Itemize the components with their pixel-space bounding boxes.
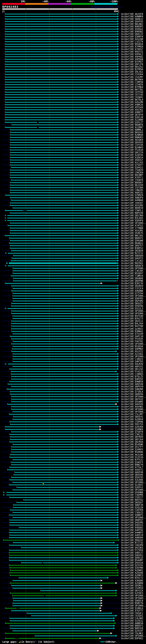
hit-bar[interactable]: [10, 618, 113, 619]
hit-bar[interactable]: [10, 520, 117, 520]
hit-label[interactable]: UniRef100_Q4PC10: [121, 335, 143, 338]
hit-bar[interactable]: [9, 560, 117, 560]
hit-bar[interactable]: [10, 535, 117, 536]
hit-label[interactable]: UniRef100_A8UAC9: [121, 264, 143, 267]
hit-bar[interactable]: [12, 323, 117, 324]
hit-bar[interactable]: [9, 238, 117, 238]
hit-label[interactable]: UniRef100_C3KJ85: [121, 270, 143, 272]
hit-label[interactable]: UniRef100_B5XEW6: [121, 443, 143, 446]
hit-bar[interactable]: [5, 44, 117, 44]
hit-bar[interactable]: [5, 104, 117, 105]
hit-bar[interactable]: [13, 334, 117, 334]
hit-bar[interactable]: [5, 26, 117, 27]
hit-bar[interactable]: [6, 638, 99, 639]
hit-bar[interactable]: [5, 114, 117, 115]
hit-label[interactable]: UniRef100_C1MP99: [121, 81, 143, 84]
hit-label[interactable]: UniRef100_A5K9F8: [121, 219, 143, 222]
hit-bar[interactable]: [12, 321, 117, 322]
hit-label[interactable]: UniRef100_UPI000..: [121, 594, 146, 597]
hit-bar[interactable]: [5, 46, 117, 47]
hit-bar[interactable]: [10, 192, 117, 193]
hit-label[interactable]: UniRef100_C6ZQX1: [121, 614, 143, 617]
hit-label[interactable]: UniRef100_A8P2X1: [121, 365, 143, 368]
hit-bar[interactable]: [13, 598, 100, 598]
hit-label[interactable]: UniRef100_B7FMD4: [121, 86, 143, 88]
hit-bar[interactable]: [10, 177, 117, 178]
hit-label[interactable]: UniRef100_Q6FRV9: [121, 436, 143, 438]
hit-label[interactable]: UniRef100_B3RPS2: [121, 247, 143, 250]
hit-label[interactable]: UniRef100_Q6EE67: [121, 501, 143, 504]
hit-label[interactable]: UniRef100_P14132: [121, 370, 143, 373]
hit-bar[interactable]: [19, 578, 107, 578]
hit-label[interactable]: UniRef100_A2EQ46: [121, 572, 143, 574]
hit-bar[interactable]: [10, 233, 117, 234]
hit-label[interactable]: UniRef100_B0CNM7: [121, 174, 143, 176]
hit-bar[interactable]: [5, 14, 117, 14]
hit-label[interactable]: UniRef100_Q6XI11: [121, 320, 143, 322]
hit-bar[interactable]: [10, 467, 117, 468]
hit-label[interactable]: UniRef100_A6SQK4: [121, 139, 143, 141]
hit-bar[interactable]: [10, 155, 117, 155]
hit-label[interactable]: UniRef100_A2F6E3: [121, 592, 143, 594]
hit-label[interactable]: UniRef100_UPI000..: [121, 295, 146, 297]
hit-label[interactable]: UniRef100_A9PAL5: [121, 53, 143, 56]
hit-bar[interactable]: [10, 394, 117, 394]
hit-bar[interactable]: [10, 454, 117, 455]
hit-bar[interactable]: [9, 565, 115, 566]
hit-label[interactable]: UniRef100_B9RUP5: [121, 25, 143, 28]
hit-bar[interactable]: [4, 540, 118, 540]
hit-bar[interactable]: [10, 422, 117, 422]
hit-bar[interactable]: [10, 510, 117, 510]
hit-bar[interactable]: [10, 160, 117, 160]
hit-bar[interactable]: [5, 79, 117, 80]
hit-label[interactable]: UniRef100_Q2R1J7: [121, 121, 143, 124]
hit-label[interactable]: UniRef100_Q60CZ2: [121, 33, 143, 36]
hit-bar[interactable]: [13, 316, 117, 316]
hit-bar[interactable]: [10, 369, 117, 370]
hit-bar[interactable]: [10, 142, 117, 143]
hit-label[interactable]: UniRef100_A9S7K2: [121, 108, 143, 111]
hit-bar[interactable]: [10, 480, 117, 480]
hit-label[interactable]: UniRef100_B4LI64: [121, 322, 143, 325]
hit-bar[interactable]: [5, 308, 117, 309]
hit-bar[interactable]: [10, 391, 117, 392]
hit-label[interactable]: UniRef100_C6TFG0: [121, 91, 143, 94]
hit-label[interactable]: UniRef100_Q4KTD3: [121, 360, 143, 363]
hit-bar[interactable]: [10, 583, 115, 584]
hit-label[interactable]: UniRef100_A6ZLB0: [121, 454, 143, 456]
hit-bar[interactable]: [17, 487, 117, 488]
hit-bar[interactable]: [9, 484, 117, 485]
hit-label[interactable]: UniRef100_A9UDN8: [121, 290, 143, 292]
hit-bar[interactable]: [10, 442, 117, 442]
hit-bar[interactable]: [11, 167, 117, 168]
hit-label[interactable]: UniRef100_UPI000..: [121, 481, 146, 484]
hit-bar[interactable]: [5, 52, 117, 52]
hit-bar[interactable]: [13, 460, 117, 460]
hit-bar[interactable]: [12, 303, 117, 304]
hit-label[interactable]: UniRef100_Q4QIM3: [121, 521, 143, 524]
hit-label[interactable]: UniRef100_Q4U9Z6: [121, 403, 143, 406]
hit-label[interactable]: UniRef100_A9J5I2: [121, 350, 143, 353]
hit-label[interactable]: UniRef100_C1C2K2: [121, 260, 143, 262]
hit-bar[interactable]: [13, 580, 100, 581]
hit-bar[interactable]: [5, 41, 117, 42]
hit-label[interactable]: UniRef100_A9RKT7: [121, 111, 143, 114]
hit-label[interactable]: UniRef100_Q2R1K0: [121, 426, 143, 428]
hit-label[interactable]: UniRef100_B0XYU2: [121, 499, 143, 501]
hit-bar[interactable]: [13, 293, 117, 294]
hit-bar[interactable]: [5, 36, 117, 37]
hit-label[interactable]: UniRef100_Q9XFU5: [121, 20, 143, 23]
hit-label[interactable]: UniRef100_Q5QC95: [121, 476, 143, 478]
hit-bar[interactable]: [5, 29, 117, 30]
hit-label[interactable]: UniRef100_C5YNT6: [121, 84, 143, 86]
hit-label[interactable]: UniRef100_A7ATG1: [121, 224, 143, 227]
hit-label[interactable]: UniRef100_B6TH64: [121, 78, 143, 81]
hit-label[interactable]: UniRef100_B7FXJ2: [121, 458, 143, 461]
hit-bar[interactable]: [14, 474, 117, 475]
hit-label[interactable]: UniRef100_UPI000..: [121, 635, 146, 637]
hit-label[interactable]: UniRef100_C5WYL2: [121, 209, 143, 212]
hit-label[interactable]: UniRef100_C9SBY9: [121, 179, 143, 182]
hit-label[interactable]: UniRef100_B3TM27: [121, 60, 143, 63]
hit-label[interactable]: UniRef100_C5GN70: [121, 169, 143, 171]
hit-bar[interactable]: [5, 72, 117, 72]
